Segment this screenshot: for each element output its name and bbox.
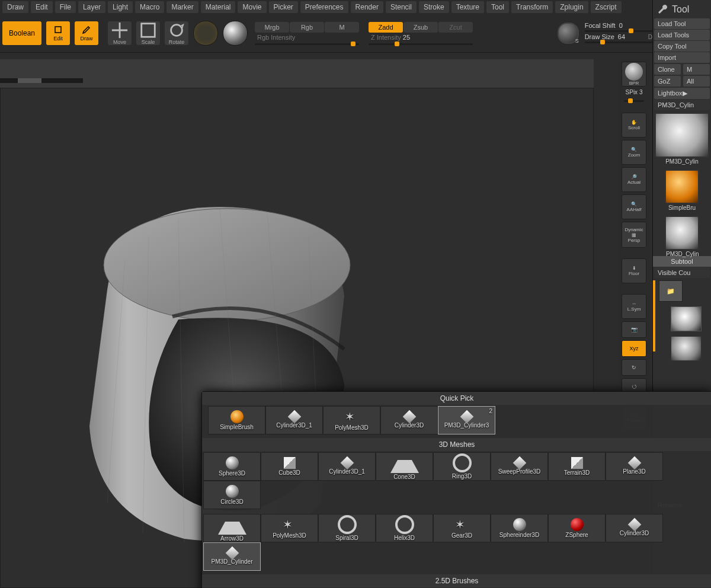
- menu-file[interactable]: File: [55, 1, 76, 13]
- mesh-arrow3d[interactable]: Arrow3D: [203, 514, 261, 542]
- mesh-sphere3d[interactable]: Sphere3D: [203, 452, 261, 481]
- quickpick-cylinder3d[interactable]: Cylinder3D: [380, 406, 438, 434]
- draw-button[interactable]: Draw: [75, 21, 98, 45]
- zadd-chip[interactable]: Zadd: [369, 22, 403, 33]
- recent-tool-simplebrush[interactable]: SimpleBru: [665, 170, 699, 204]
- goz-button[interactable]: GoZ: [654, 76, 681, 87]
- m-button[interactable]: M: [683, 64, 710, 75]
- mesh-cone3d[interactable]: Cone3D: [376, 452, 433, 481]
- spix-readout[interactable]: SPix 3: [626, 89, 643, 95]
- brush-swatch[interactable]: [193, 21, 218, 46]
- spin-button[interactable]: ↻: [622, 359, 646, 376]
- doc-scrollbar[interactable]: [0, 78, 83, 83]
- menu-stencil[interactable]: Stencil: [386, 1, 417, 13]
- mesh-sweepprofile3d[interactable]: SweepProfile3D: [491, 452, 548, 481]
- mesh-cylinder3d_1[interactable]: Cylinder3D_1: [318, 452, 376, 481]
- zsub-chip[interactable]: Zsub: [403, 22, 438, 33]
- scale-label: Scale: [142, 39, 155, 45]
- recent-tool-cylinder[interactable]: PM3D_Cylin: [665, 216, 699, 250]
- current-tool-thumb[interactable]: PM3D_Cylin: [655, 113, 709, 158]
- move-button[interactable]: Move: [108, 21, 132, 45]
- bpr-button[interactable]: BPR: [622, 62, 646, 87]
- rgb-mode-group: Mrgb Rgb M Rgb Intensity: [255, 22, 359, 45]
- xyz-button[interactable]: Xyz: [622, 340, 646, 357]
- rotate-button[interactable]: Rotate: [165, 21, 188, 45]
- svg-rect-1: [142, 24, 155, 37]
- goz-all-button[interactable]: All: [683, 76, 710, 87]
- mesh-helix3d[interactable]: Helix3D: [376, 514, 433, 542]
- smooth-orb[interactable]: [558, 23, 579, 44]
- svg-rect-0: [55, 27, 61, 33]
- mesh-gear3d[interactable]: ✶Gear3D: [433, 514, 491, 542]
- mesh-plane3d[interactable]: Plane3D: [606, 452, 663, 481]
- clone-button[interactable]: Clone: [654, 64, 681, 75]
- menu-stroke[interactable]: Stroke: [419, 1, 449, 13]
- menu-macro[interactable]: Macro: [135, 1, 164, 13]
- scroll-button[interactable]: ✋Scroll: [622, 113, 646, 138]
- scale-icon: [139, 21, 157, 39]
- scale-button[interactable]: Scale: [136, 21, 160, 45]
- mesh-terrain3d[interactable]: Terrain3D: [548, 452, 606, 481]
- rotate-icon: [168, 21, 185, 39]
- camera-icon: 📷: [631, 327, 638, 333]
- menu-picker[interactable]: Picker: [269, 1, 298, 13]
- menu-zscript[interactable]: Zscript: [591, 1, 622, 13]
- zcut-chip[interactable]: Zcut: [438, 22, 473, 33]
- mesh-cube3d[interactable]: Cube3D: [261, 452, 318, 481]
- quickpick-pm3d_cylinder3[interactable]: PM3D_Cylinder32: [438, 406, 495, 434]
- import-button[interactable]: Import: [654, 52, 710, 63]
- menu-zplugin[interactable]: Zplugin: [555, 1, 588, 13]
- mesh-polymesh3d[interactable]: ✶PolyMesh3D: [261, 514, 318, 542]
- menu-marker[interactable]: Marker: [166, 1, 198, 13]
- edit-button[interactable]: Edit: [46, 21, 70, 45]
- subtool-header[interactable]: Subtool: [653, 256, 711, 267]
- quickpick-polymesh3d[interactable]: ✶PolyMesh3D: [323, 406, 380, 434]
- lightbox-button[interactable]: Lightbox▶: [654, 88, 710, 99]
- mrgb-chip[interactable]: Mrgb: [255, 22, 289, 33]
- zoom-button[interactable]: 🔍Zoom: [622, 140, 646, 165]
- menu-light[interactable]: Light: [108, 1, 133, 13]
- mesh-zsphere[interactable]: ZSphere: [548, 514, 606, 542]
- mesh-pm3d_cylinder[interactable]: PM3D_Cylinder: [203, 542, 261, 571]
- m-chip[interactable]: M: [325, 22, 359, 33]
- mesh-cylinder3d[interactable]: Cylinder3D: [606, 514, 663, 542]
- lsym-button[interactable]: ↔L.Sym: [622, 294, 646, 319]
- mesh-ring3d[interactable]: Ring3D: [433, 452, 491, 481]
- menu-layer[interactable]: Layer: [78, 1, 105, 13]
- menu-material[interactable]: Material: [201, 1, 236, 13]
- aahalf-button[interactable]: 🔍AAHalf: [622, 194, 646, 219]
- load-tool-button[interactable]: Load Tool: [654, 18, 710, 29]
- menu-render[interactable]: Render: [351, 1, 383, 13]
- menu-transform[interactable]: Transform: [511, 1, 553, 13]
- mesh-sphereinder3d[interactable]: Sphereinder3D: [491, 514, 548, 542]
- subtool-item-1[interactable]: [671, 336, 702, 361]
- move-label: Move: [113, 39, 126, 45]
- cam-lock-button[interactable]: 📷: [622, 321, 646, 338]
- z-intensity-value: 25: [403, 34, 410, 41]
- quickpick-simplebrush[interactable]: SimpleBrush: [208, 406, 265, 434]
- material-ball[interactable]: [223, 21, 248, 46]
- persp-button[interactable]: Dynamic▦Persp: [622, 222, 646, 248]
- subtool-item-0[interactable]: [671, 306, 702, 331]
- menu-edit[interactable]: Edit: [31, 1, 53, 13]
- z-intensity-slider[interactable]: [369, 43, 473, 45]
- copy-tool-button[interactable]: Copy Tool: [654, 41, 710, 52]
- draw-label: Draw: [80, 36, 92, 41]
- floor-button[interactable]: ⬇Floor: [622, 258, 646, 283]
- spix-slider[interactable]: [624, 100, 644, 102]
- menu-tool[interactable]: Tool: [486, 1, 509, 13]
- rgb-intensity-slider[interactable]: [255, 43, 359, 45]
- svg-point-2: [171, 25, 182, 36]
- menu-movie[interactable]: Movie: [238, 1, 266, 13]
- load-tools-button[interactable]: Load Tools: [654, 30, 710, 40]
- actual-button[interactable]: 🔎Actual: [622, 167, 646, 192]
- menu-preferences[interactable]: Preferences: [300, 1, 348, 13]
- boolean-toggle[interactable]: Boolean: [2, 21, 41, 45]
- menu-texture[interactable]: Texture: [451, 1, 484, 13]
- rgb-chip[interactable]: Rgb: [290, 22, 324, 33]
- quickpick-cylinder3d_1[interactable]: Cylinder3D_1: [265, 406, 323, 434]
- subtool-folder[interactable]: 📁: [659, 280, 683, 302]
- menu-draw[interactable]: Draw: [2, 1, 28, 13]
- mesh-spiral3d[interactable]: Spiral3D: [318, 514, 376, 542]
- mesh-circle3d[interactable]: Circle3D: [203, 481, 261, 509]
